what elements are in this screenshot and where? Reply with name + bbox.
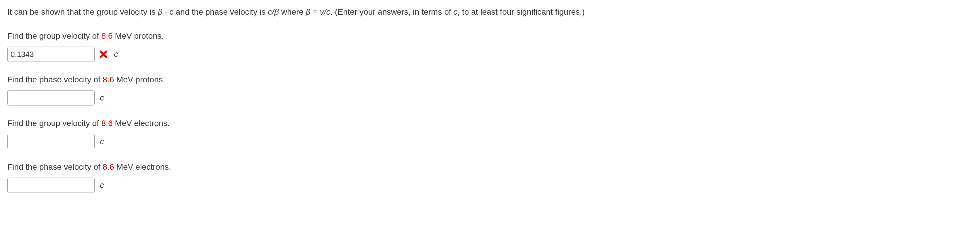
prompt-group-velocity-electrons: Find the group velocity of 8.6 MeV elect… bbox=[7, 117, 973, 130]
prompt-pre: Find the phase velocity of bbox=[7, 162, 103, 172]
prompt-pre: Find the phase velocity of bbox=[7, 75, 103, 84]
energy-value: 8.6 bbox=[101, 119, 113, 128]
answer-input-group-protons[interactable] bbox=[7, 47, 95, 62]
prompt-phase-velocity-electrons: Find the phase velocity of 8.6 MeV elect… bbox=[7, 161, 973, 173]
answer-input-phase-protons[interactable] bbox=[7, 90, 95, 105]
energy-value: 8.6 bbox=[103, 75, 114, 84]
c-var: c bbox=[453, 7, 458, 16]
beta-eq: β = v/c bbox=[306, 7, 331, 16]
answer-row: c bbox=[7, 90, 973, 105]
c-over-beta: c/β bbox=[268, 7, 279, 16]
prompt-post: MeV electrons. bbox=[113, 119, 170, 128]
unit-label: c bbox=[100, 92, 104, 104]
dot-c: · c bbox=[162, 7, 173, 16]
prompt-post: MeV electrons. bbox=[114, 162, 171, 172]
unit-label: c bbox=[100, 179, 104, 191]
unit-label: c bbox=[114, 48, 118, 60]
prompt-group-velocity-protons: Find the group velocity of 8.6 MeV proto… bbox=[7, 30, 973, 42]
prompt-post: MeV protons. bbox=[113, 31, 164, 40]
answer-input-phase-electrons[interactable] bbox=[7, 178, 95, 193]
energy-value: 8.6 bbox=[103, 162, 114, 172]
intro-part1: It can be shown that the group velocity … bbox=[7, 7, 158, 16]
answer-row: c bbox=[7, 47, 973, 62]
answer-input-group-electrons[interactable] bbox=[7, 134, 95, 149]
intro-text: It can be shown that the group velocity … bbox=[7, 6, 973, 18]
prompt-pre: Find the group velocity of bbox=[7, 119, 101, 128]
incorrect-icon bbox=[98, 49, 109, 59]
energy-value: 8.6 bbox=[101, 31, 113, 40]
unit-label: c bbox=[100, 135, 104, 148]
intro-part3: . (Enter your answers, in terms of bbox=[330, 7, 453, 16]
intro-part4: , to at least four significant figures.) bbox=[458, 7, 585, 16]
prompt-phase-velocity-protons: Find the phase velocity of 8.6 MeV proto… bbox=[7, 73, 973, 86]
beta-symbol: β bbox=[158, 7, 162, 16]
prompt-pre: Find the group velocity of bbox=[7, 31, 101, 40]
answer-row: c bbox=[7, 178, 973, 193]
intro-where: where bbox=[279, 7, 306, 16]
intro-part2: and the phase velocity is bbox=[173, 7, 268, 16]
answer-row: c bbox=[7, 134, 973, 149]
prompt-post: MeV protons. bbox=[114, 75, 165, 84]
